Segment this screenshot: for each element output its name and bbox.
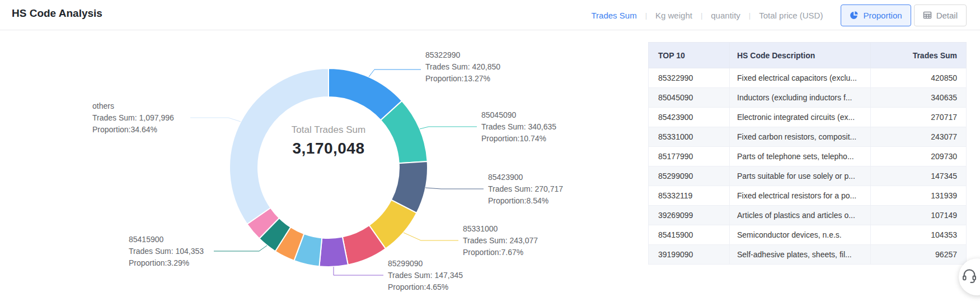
- trades-sum-cell: 420850: [871, 68, 967, 88]
- hs-code-cell: 85045090: [649, 88, 730, 108]
- table-row: 85322990Fixed electrical capacitors (exc…: [649, 68, 967, 88]
- slice-label-85331000: 85331000Trades Sum: 243,077Proportion:7.…: [463, 223, 538, 258]
- trades-sum-cell: 243077: [871, 127, 967, 147]
- description-cell: Inductors (excluding inductors f...: [730, 88, 871, 108]
- proportion-button-label: Proportion: [863, 11, 902, 20]
- hs-code-cell: 85415900: [649, 225, 730, 245]
- trades-sum-cell: 107149: [871, 206, 967, 225]
- slice-label-85045090: 85045090Trades Sum: 340,635Proportion:10…: [481, 109, 556, 145]
- table-row: 85331000Fixed carbon resistors, composit…: [649, 127, 967, 147]
- description-cell: Fixed electrical resistors for a po...: [730, 186, 871, 206]
- slice-label-proportion: Proportion:10.74%: [481, 133, 556, 145]
- description-cell: Parts suitable for use solely or p...: [730, 166, 871, 186]
- slice-label-85415900: 85415900Trades Sum: 104,353Proportion:3.…: [129, 234, 204, 269]
- description-cell: Parts of telephone sets, telepho...: [730, 147, 871, 166]
- slice-label-proportion: Proportion:4.65%: [388, 281, 463, 293]
- description-cell: Self-adhesive plates, sheets, fil...: [730, 245, 871, 265]
- label-leader-line-others: [190, 118, 241, 122]
- label-leader-line-85299090: [334, 267, 383, 275]
- detail-button[interactable]: Detail: [914, 4, 967, 26]
- tab-total-price[interactable]: Total price (USD): [759, 11, 823, 20]
- description-cell: Semiconductor devices, n.e.s.: [730, 225, 871, 245]
- slice-label-proportion: Proportion:7.67%: [463, 247, 538, 258]
- table-row: 85415900Semiconductor devices, n.e.s.104…: [649, 225, 967, 245]
- trades-sum-cell: 147345: [871, 166, 967, 186]
- hs-code-analysis-page: HS Code Analysis Trades Sum | Kg weight …: [0, 0, 980, 301]
- label-leader-line-85045090: [420, 127, 477, 129]
- tab-trades-sum[interactable]: Trades Sum: [591, 11, 636, 20]
- donut-center-text: Total Trades Sum 3,170,048: [245, 124, 412, 158]
- tab-kg-weight[interactable]: Kg weight: [655, 11, 692, 20]
- page-title: HS Code Analysis: [12, 7, 102, 20]
- tab-quantity[interactable]: quantity: [711, 11, 740, 20]
- hs-code-cell: 85332119: [649, 186, 730, 206]
- trades-sum-cell: 209730: [871, 147, 967, 166]
- proportion-button[interactable]: Proportion: [841, 4, 911, 26]
- slice-label-code: 85045090: [481, 109, 556, 121]
- slice-label-proportion: Proportion:8.54%: [488, 195, 563, 207]
- column-header-trades-sum: Trades Sum: [871, 43, 967, 68]
- slice-label-code: 85423900: [488, 172, 563, 183]
- slice-label-proportion: Proportion:34.64%: [92, 124, 174, 136]
- slice-label-proportion: Proportion:13.27%: [425, 73, 500, 85]
- table-icon: [923, 11, 932, 20]
- hs-code-cell: 39269099: [649, 206, 730, 225]
- slice-label-85322990: 85322990Trades Sum: 420,850Proportion:13…: [425, 49, 500, 85]
- tab-separator: |: [749, 11, 751, 20]
- description-cell: Fixed electrical capacitors (exclu...: [730, 68, 871, 88]
- table-header-row: TOP 10 HS Code Description Trades Sum: [649, 43, 967, 68]
- description-cell: Electronic integrated circuits (ex...: [730, 108, 871, 127]
- tab-separator: |: [645, 11, 647, 20]
- slice-label-value: Trades Sum: 270,717: [488, 183, 563, 195]
- pie-slice-85299090[interactable]: [319, 237, 348, 267]
- tab-separator: |: [701, 11, 702, 20]
- slice-label-code: 85322990: [425, 49, 500, 61]
- view-toggle-group: Proportion Detail: [841, 4, 967, 26]
- table-row: 85423900Electronic integrated circuits (…: [649, 108, 967, 127]
- trades-sum-cell: 270717: [871, 108, 967, 127]
- trades-sum-cell: 340635: [871, 88, 967, 108]
- table-row: 85045090Inductors (excluding inductors f…: [649, 88, 967, 108]
- hs-code-cell: 85322990: [649, 68, 730, 88]
- pie-chart-icon: [850, 11, 859, 20]
- top10-table: TOP 10 HS Code Description Trades Sum 85…: [648, 42, 967, 265]
- label-leader-line-85331000: [404, 233, 458, 240]
- slice-label-code: 85331000: [463, 223, 538, 235]
- label-leader-line-85423900: [425, 188, 484, 189]
- table-row: 85299090Parts suitable for use solely or…: [649, 166, 967, 186]
- slice-label-others: othersTrades Sum: 1,097,996Proportion:34…: [92, 100, 174, 136]
- donut-center-caption: Total Trades Sum: [245, 124, 412, 136]
- detail-button-label: Detail: [936, 11, 958, 20]
- slice-label-85423900: 85423900Trades Sum: 270,717Proportion:8.…: [488, 172, 563, 207]
- hs-code-cell: 85331000: [649, 127, 730, 147]
- slice-label-value: Trades Sum: 147,345: [388, 270, 463, 281]
- table-row: 85177990Parts of telephone sets, telepho…: [649, 147, 967, 166]
- header-controls: Trades Sum | Kg weight | quantity | Tota…: [591, 0, 967, 30]
- top-bar: HS Code Analysis Trades Sum | Kg weight …: [0, 0, 980, 30]
- slice-label-value: Trades Sum: 104,353: [129, 246, 204, 257]
- table-row: 39269099Articles of plastics and article…: [649, 206, 967, 225]
- slice-label-code: others: [92, 100, 174, 112]
- slice-label-proportion: Proportion:3.29%: [129, 257, 204, 269]
- slice-label-code: 85299090: [388, 258, 463, 270]
- column-header-description: HS Code Description: [730, 43, 871, 68]
- donut-center-value: 3,170,048: [245, 140, 412, 158]
- column-header-top10: TOP 10: [649, 43, 730, 68]
- slice-label-code: 85415900: [129, 234, 204, 246]
- label-leader-line-85322990: [369, 70, 421, 77]
- headset-icon: [961, 267, 980, 286]
- hs-code-cell: 85423900: [649, 108, 730, 127]
- label-leader-line-85415900: [214, 246, 267, 251]
- hs-code-cell: 85299090: [649, 166, 730, 186]
- slice-label-value: Trades Sum: 1,097,996: [92, 112, 174, 124]
- table-row: 85332119Fixed electrical resistors for a…: [649, 186, 967, 206]
- slice-label-value: Trades Sum: 243,077: [463, 235, 538, 247]
- trades-sum-cell: 131939: [871, 186, 967, 206]
- table-row: 39199090Self-adhesive plates, sheets, fi…: [649, 245, 967, 265]
- hs-code-cell: 39199090: [649, 245, 730, 265]
- description-cell: Articles of plastics and articles o...: [730, 206, 871, 225]
- slice-label-85299090: 85299090Trades Sum: 147,345Proportion:4.…: [388, 258, 463, 293]
- slice-label-value: Trades Sum: 340,635: [481, 121, 556, 133]
- trades-sum-cell: 104353: [871, 225, 967, 245]
- slice-label-value: Trades Sum: 420,850: [425, 61, 500, 73]
